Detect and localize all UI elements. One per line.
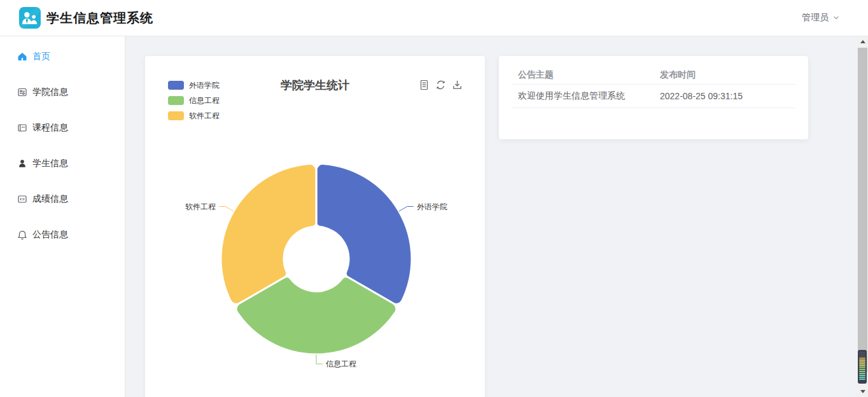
pie-label: 信息工程 bbox=[326, 359, 356, 368]
minimap-stripe bbox=[859, 373, 865, 374]
column-header-time: 发布时间 bbox=[654, 56, 795, 84]
sidebar-item-label: 学生信息 bbox=[32, 158, 68, 169]
sidebar-item-home[interactable]: 首页 bbox=[0, 39, 125, 74]
sidebar-item-label: 学院信息 bbox=[32, 87, 68, 98]
minimap-stripe bbox=[859, 377, 865, 378]
sidebar-item-label: 公告信息 bbox=[32, 229, 68, 240]
pie-label-line bbox=[316, 354, 323, 364]
college-donut-chart: 外语学院信息工程软件工程 bbox=[145, 56, 485, 397]
user-menu[interactable]: 管理员 bbox=[802, 12, 840, 24]
minimap-stripe bbox=[859, 356, 865, 357]
pie-label-line bbox=[399, 207, 414, 212]
student-icon bbox=[17, 158, 27, 169]
minimap-widget[interactable] bbox=[858, 350, 867, 384]
minimap-stripe bbox=[859, 352, 865, 353]
scrollbar-thumb[interactable] bbox=[858, 48, 867, 372]
announcement-card: 公告主题 发布时间 欢迎使用学生信息管理系统 2022-08-25 09:31:… bbox=[499, 56, 808, 139]
sidebar-item-score[interactable]: 成绩信息 bbox=[0, 181, 125, 217]
table-row[interactable]: 欢迎使用学生信息管理系统 2022-08-25 09:31:15 bbox=[512, 84, 795, 108]
chart-card: 学院学生统计 外语学院 信息工程 软件工程 bbox=[145, 56, 485, 397]
minimap-stripe bbox=[859, 354, 865, 355]
minimap-stripe bbox=[859, 367, 865, 368]
minimap-stripe bbox=[859, 359, 865, 361]
scroll-down-icon bbox=[860, 390, 865, 393]
main-content: 学院学生统计 外语学院 信息工程 软件工程 bbox=[126, 36, 857, 397]
minimap-stripe bbox=[859, 375, 865, 376]
score-icon bbox=[17, 194, 27, 204]
minimap-stripe bbox=[859, 379, 865, 380]
minimap-stripe bbox=[859, 361, 865, 363]
scrollbar-up-button[interactable] bbox=[857, 36, 868, 47]
pie-label-line bbox=[219, 207, 234, 212]
course-icon bbox=[17, 123, 27, 133]
app-title: 学生信息管理系统 bbox=[46, 10, 153, 27]
sidebar-item-student[interactable]: 学生信息 bbox=[0, 146, 125, 181]
scroll-up-icon bbox=[860, 40, 865, 43]
announcement-time: 2022-08-25 09:31:15 bbox=[654, 84, 795, 108]
pie-slice-3[interactable] bbox=[221, 164, 316, 304]
minimap-stripe bbox=[859, 358, 865, 359]
column-header-subject: 公告主题 bbox=[512, 56, 654, 84]
home-icon bbox=[17, 52, 27, 62]
pie-slice-1[interactable] bbox=[316, 164, 412, 304]
sidebar: 首页 学院信息 课程信息 学生信息 成绩信息 bbox=[0, 36, 125, 397]
announcement-subject: 欢迎使用学生信息管理系统 bbox=[512, 84, 654, 108]
minimap-stripe bbox=[859, 365, 865, 366]
announcement-table: 公告主题 发布时间 欢迎使用学生信息管理系统 2022-08-25 09:31:… bbox=[512, 56, 795, 108]
sidebar-item-label: 首页 bbox=[32, 51, 50, 62]
pie-label: 外语学院 bbox=[417, 202, 447, 211]
scrollbar bbox=[857, 36, 868, 397]
college-icon bbox=[17, 87, 27, 97]
sidebar-item-label: 课程信息 bbox=[32, 122, 68, 134]
sidebar-item-label: 成绩信息 bbox=[32, 193, 68, 205]
minimap-stripe bbox=[859, 363, 865, 365]
pie-label: 软件工程 bbox=[185, 202, 216, 211]
scrollbar-down-button[interactable] bbox=[857, 386, 868, 397]
app-logo-icon bbox=[19, 7, 41, 29]
user-menu-label: 管理员 bbox=[802, 12, 829, 24]
announcement-bell-icon bbox=[17, 230, 27, 240]
sidebar-item-announcement[interactable]: 公告信息 bbox=[0, 217, 125, 253]
sidebar-item-college[interactable]: 学院信息 bbox=[0, 74, 125, 110]
minimap-stripe bbox=[859, 371, 865, 372]
minimap-stripe bbox=[859, 369, 865, 370]
chevron-down-icon bbox=[832, 14, 840, 22]
sidebar-item-course[interactable]: 课程信息 bbox=[0, 110, 125, 146]
app-header: 学生信息管理系统 管理员 bbox=[0, 0, 868, 36]
